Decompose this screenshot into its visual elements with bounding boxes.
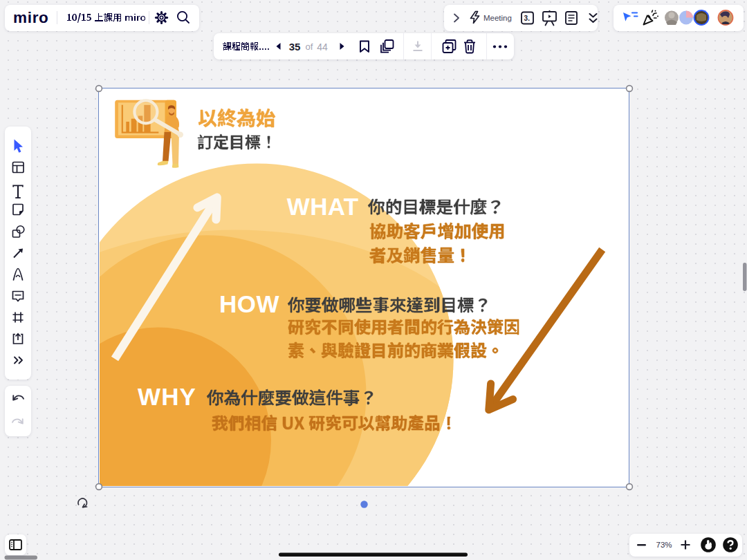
svg-text:3.: 3. <box>524 15 531 22</box>
